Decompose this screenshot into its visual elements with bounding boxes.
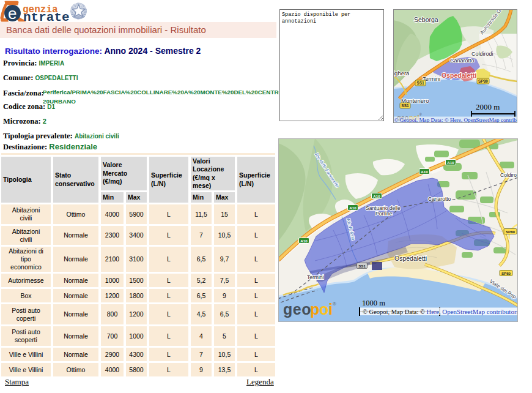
svg-text:A10: A10 — [373, 194, 380, 198]
svg-text:SP80: SP80 — [478, 79, 488, 83]
svg-text:o: o — [319, 301, 329, 318]
svg-text:Coldiro: Coldiro — [500, 172, 517, 178]
svg-text:Termini: Termini — [307, 274, 324, 280]
svg-text:e: e — [8, 4, 17, 23]
svg-text:A10: A10 — [300, 239, 308, 243]
svg-text:Canarotto: Canarotto — [428, 196, 451, 202]
svg-text:SP80: SP80 — [501, 271, 511, 275]
svg-text:Canarotto: Canarotto — [450, 58, 475, 64]
svg-text:ighera: ighera — [393, 70, 410, 77]
svg-text:SS1: SS1 — [416, 81, 424, 85]
svg-text:Ospedaletti: Ospedaletti — [441, 72, 476, 79]
svg-text:p: p — [310, 301, 320, 318]
svg-text:SP80: SP80 — [506, 230, 515, 234]
svg-text:SS1: SS1 — [358, 264, 366, 268]
svg-text:© Geopoi, Map Data: © Here, Op: © Geopoi, Map Data: © Here, OpenStreetMa… — [394, 117, 518, 123]
svg-text:®: ® — [333, 301, 336, 307]
svg-text:Seborga: Seborga — [414, 16, 438, 23]
svg-text:Coldirodi: Coldirodi — [471, 51, 493, 57]
svg-text:A10: A10 — [349, 206, 357, 210]
svg-text:SS1: SS1 — [401, 103, 409, 108]
svg-text:1000 m: 1000 m — [362, 299, 385, 307]
svg-text:Porrine: Porrine — [375, 211, 393, 217]
svg-text:®: ® — [419, 113, 422, 116]
svg-text:A10: A10 — [421, 170, 428, 174]
svg-text:geo: geo — [283, 301, 311, 318]
svg-text:A10: A10 — [447, 160, 454, 165]
svg-text:2000 m: 2000 m — [476, 102, 500, 111]
svg-text:© Geopoi, Map Data: © Here, Op: © Geopoi, Map Data: © Here, OpenStreetMa… — [363, 308, 518, 315]
svg-text:Ospedaletti: Ospedaletti — [394, 255, 427, 262]
